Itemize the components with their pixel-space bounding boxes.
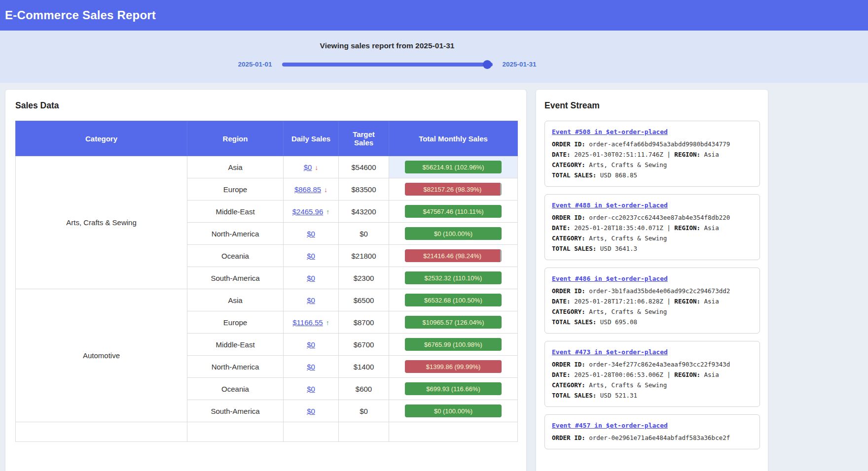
event-card: Event #473 in $et-order-placedORDER ID: … — [544, 341, 760, 407]
region-cell: Europe — [187, 311, 284, 334]
total-monthly-sales-cell: $699.93 (116.66%) — [389, 378, 518, 400]
sales-data-title: Sales Data — [15, 101, 516, 111]
sales-progress-label: $0 (100.00%) — [434, 407, 472, 415]
trend-down-icon: ↓ — [315, 164, 318, 171]
event-card-list: Event #508 in $et-order-placedORDER ID: … — [544, 121, 760, 449]
daily-sales-link[interactable]: $0 — [307, 385, 315, 393]
app-header: E-Commerce Sales Report — [0, 0, 868, 31]
total-sales-label: TOTAL SALES: — [552, 245, 596, 252]
order-id-label: ORDER ID: — [552, 140, 585, 148]
event-link[interactable]: Event #486 in $et-order-placed — [552, 275, 668, 282]
column-header-category: Category — [16, 121, 187, 156]
daily-sales-link[interactable]: $0 — [307, 407, 315, 415]
column-header-target-sales: Target Sales — [339, 121, 389, 156]
page-title: E-Commerce Sales Report — [5, 8, 156, 22]
event-total-sales-line: TOTAL SALES: USD 868.85 — [552, 170, 753, 180]
sales-progress-fill: $0 (100.00%) — [405, 227, 502, 240]
region-label: REGION: — [674, 224, 700, 232]
category-label: CATEGORY: — [552, 381, 585, 389]
daily-sales-link[interactable]: $0 — [307, 340, 315, 349]
daily-sales-cell: $2465.96↑ — [284, 201, 339, 223]
daily-sales-link[interactable]: $0 — [307, 296, 315, 304]
category-cell — [16, 422, 187, 442]
sales-progress-badge: $56214.91 (102.96%) — [405, 161, 502, 173]
daily-sales-link[interactable]: $0 — [307, 274, 315, 282]
event-card: Event #486 in $et-order-placedORDER ID: … — [544, 268, 760, 334]
category-cell: Arts, Crafts & Sewing — [16, 156, 187, 289]
region-cell: South-America — [187, 267, 284, 289]
event-total-sales-line: TOTAL SALES: USD 3641.3 — [552, 243, 753, 254]
daily-sales-link[interactable]: $2465.96 — [292, 207, 324, 216]
daily-sales-link[interactable]: $1166.55 — [292, 318, 323, 327]
target-sales-cell: $1400 — [339, 356, 389, 378]
event-card: Event #488 in $et-order-placedORDER ID: … — [544, 194, 760, 260]
event-order-id-line: ORDER ID: order-0e2961e71a6e484abfadf583… — [552, 433, 753, 443]
region-cell: Oceania — [187, 378, 284, 400]
daily-sales-cell: $868.85↓ — [284, 178, 339, 201]
daily-sales-cell: $0 — [284, 334, 339, 356]
category-label: CATEGORY: — [552, 235, 585, 242]
event-link[interactable]: Event #488 in $et-order-placed — [552, 202, 668, 209]
date-label: DATE: — [552, 224, 571, 232]
daily-sales-cell: $0 — [284, 289, 339, 311]
daily-sales-link[interactable]: $0 — [307, 252, 315, 260]
category-label: CATEGORY: — [552, 308, 585, 315]
total-monthly-sales-cell: $10965.57 (126.04%) — [389, 311, 518, 334]
event-date-region-line: DATE: 2025-01-30T02:51:11.746Z | REGION:… — [552, 149, 753, 160]
target-sales-cell: $0 — [339, 223, 389, 245]
daily-sales-cell: $1166.55↑ — [284, 311, 339, 334]
region-label: REGION: — [674, 151, 700, 158]
event-link[interactable]: Event #508 in $et-order-placed — [552, 128, 668, 135]
total-monthly-sales-cell: $6765.99 (100.98%) — [389, 334, 518, 356]
event-category-line: CATEGORY: Arts, Crafts & Sewing — [552, 160, 753, 170]
sales-progress-fill: $0 (100.00%) — [405, 404, 502, 417]
sales-progress-fill: $6532.68 (100.50%) — [405, 294, 502, 306]
date-label: DATE: — [552, 298, 571, 305]
region-cell: Oceania — [187, 245, 284, 267]
total-monthly-sales-cell: $21416.46 (98.24%) — [389, 245, 518, 267]
date-slider[interactable] — [282, 63, 493, 67]
event-stream-panel: Event Stream Event #508 in $et-order-pla… — [536, 89, 768, 471]
daily-sales-link[interactable]: $0 — [307, 363, 315, 371]
region-cell: Middle-East — [187, 334, 284, 356]
date-filter-band: Viewing sales report from 2025-01-31 202… — [0, 31, 868, 83]
sales-progress-label: $47567.46 (110.11%) — [423, 208, 483, 215]
event-link[interactable]: Event #473 in $et-order-placed — [552, 348, 668, 356]
sales-progress-label: $2532.32 (110.10%) — [425, 274, 482, 282]
sales-progress-badge: $0 (100.00%) — [405, 404, 502, 417]
sales-progress-badge: $6532.68 (100.50%) — [405, 294, 502, 306]
date-label: DATE: — [552, 151, 571, 158]
sales-progress-fill: $56214.91 (102.96%) — [405, 161, 502, 173]
date-slider-row: 2025-01-01 2025-01-31 — [0, 61, 774, 68]
slider-min-label: 2025-01-01 — [238, 61, 272, 68]
event-category-line: CATEGORY: Arts, Crafts & Sewing — [552, 380, 753, 390]
total-sales-label: TOTAL SALES: — [552, 171, 596, 179]
total-monthly-sales-cell: $1399.86 (99.99%) — [389, 356, 518, 378]
table-row: Arts, Crafts & SewingAsia$0↓$54600$56214… — [16, 156, 518, 178]
sales-progress-fill: $10965.57 (126.04%) — [405, 316, 502, 329]
event-link[interactable]: Event #457 in $et-order-placed — [552, 422, 668, 429]
target-sales-cell: $600 — [339, 378, 389, 400]
total-monthly-sales-cell: $0 (100.00%) — [389, 223, 518, 245]
event-card: Event #508 in $et-order-placedORDER ID: … — [544, 121, 760, 187]
sales-progress-label: $0 (100.00%) — [434, 230, 472, 237]
daily-sales-link[interactable]: $868.85 — [294, 185, 321, 194]
empty-cell — [389, 422, 518, 442]
region-cell: Asia — [187, 156, 284, 178]
table-row — [16, 422, 518, 442]
daily-sales-cell: $0 — [284, 400, 339, 422]
sales-table-body: Arts, Crafts & SewingAsia$0↓$54600$56214… — [16, 156, 518, 442]
sales-progress-badge: $699.93 (116.66%) — [405, 382, 502, 395]
sales-progress-label: $82157.26 (98.39%) — [424, 186, 482, 193]
sales-progress-label: $21416.46 (98.24%) — [423, 252, 481, 260]
column-header-daily-sales: Daily Sales — [284, 121, 339, 156]
daily-sales-link[interactable]: $0 — [304, 163, 312, 171]
sales-progress-label: $6765.99 (100.98%) — [424, 341, 482, 348]
column-header-total-monthly-sales: Total Monthly Sales — [389, 121, 518, 156]
daily-sales-cell: $0 — [284, 267, 339, 289]
daily-sales-link[interactable]: $0 — [307, 230, 315, 238]
sales-progress-label: $10965.57 (126.04%) — [422, 319, 484, 326]
target-sales-cell: $6700 — [339, 334, 389, 356]
slider-thumb[interactable] — [483, 60, 492, 69]
total-monthly-sales-cell: $56214.91 (102.96%) — [389, 156, 518, 178]
